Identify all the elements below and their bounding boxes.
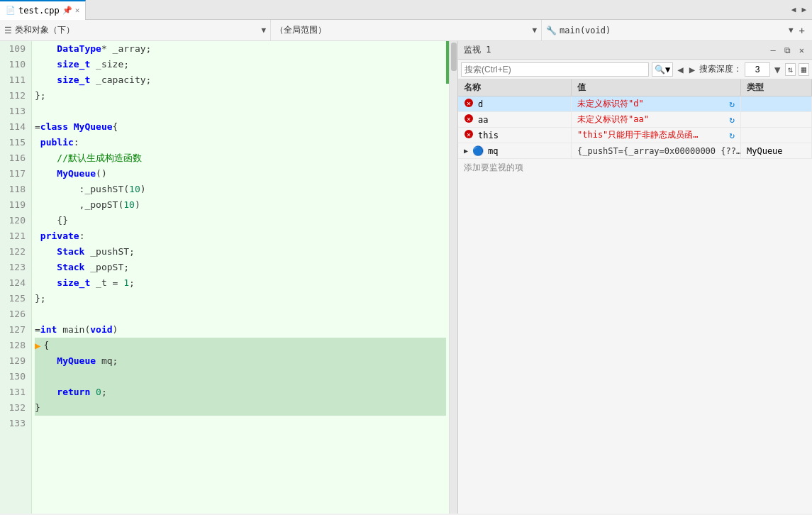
pin-icon: 📌 bbox=[62, 6, 72, 15]
error-icon: ✕ bbox=[464, 129, 474, 141]
toolbar-fn-label: main(void) bbox=[560, 26, 786, 35]
watch-next-button[interactable]: ▶ bbox=[688, 63, 696, 76]
code-line[interactable]: =int main(void) bbox=[35, 322, 446, 338]
watch-row[interactable]: ✕aa未定义标识符"aa"↻ bbox=[458, 112, 812, 128]
code-line[interactable]: size_t _t = 1; bbox=[35, 275, 446, 291]
watch-cell-value: 未定义标识符"aa"↻ bbox=[572, 112, 741, 127]
code-line[interactable]: }; bbox=[35, 88, 446, 104]
watch-cell-value: "this"只能用于非静态成员函…↻ bbox=[572, 128, 741, 143]
toolbar-segment-scope[interactable]: （全局范围） ▼ bbox=[271, 20, 542, 41]
code-line[interactable]: ,_popST(10) bbox=[35, 197, 446, 213]
tab-close-button[interactable]: ✕ bbox=[75, 6, 80, 15]
watch-prev-button[interactable]: ◀ bbox=[676, 63, 684, 76]
tab-scroll-left[interactable]: ◀ bbox=[789, 4, 799, 16]
code-line[interactable]: MyQueue() bbox=[35, 166, 446, 182]
code-line[interactable]: size_t _size; bbox=[35, 57, 446, 72]
watch-row[interactable]: ✕this"this"只能用于非静态成员函…↻ bbox=[458, 128, 812, 143]
code-line[interactable]: Stack _pushST; bbox=[35, 244, 446, 260]
watch-cell-name: ✕this bbox=[458, 128, 572, 143]
watch-depth-input[interactable] bbox=[745, 62, 770, 77]
refresh-icon[interactable]: ↻ bbox=[729, 130, 735, 140]
toolbar-scope-dropdown[interactable]: ▼ bbox=[532, 26, 537, 35]
expand-icon[interactable]: ▶ bbox=[464, 147, 468, 155]
code-line[interactable]: } bbox=[35, 400, 446, 416]
watch-table: 名称 值 类型 ✕d未定义标识符"d"↻✕aa未定义标识符"aa"↻✕this"… bbox=[458, 79, 812, 514]
svg-text:✕: ✕ bbox=[467, 99, 471, 107]
toolbar-segment-function[interactable]: 🔧 main(void) ▼ + bbox=[542, 20, 812, 41]
watch-dock-button[interactable]: — bbox=[769, 45, 778, 56]
watch-name-text: d bbox=[478, 99, 483, 109]
code-line[interactable] bbox=[35, 306, 446, 322]
code-line[interactable]: private: bbox=[35, 228, 446, 244]
toolbar-fn-icon: 🔧 bbox=[546, 26, 557, 35]
watch-value-text: {_pushST={_array=0x00000000 {??… bbox=[577, 146, 741, 156]
refresh-icon[interactable]: ↻ bbox=[729, 114, 735, 125]
tab-bar: 📄 test.cpp 📌 ✕ ◀ ▶ bbox=[0, 0, 812, 20]
code-line[interactable]: //默认生成构造函数 bbox=[35, 150, 446, 166]
watch-rows-container: ✕d未定义标识符"d"↻✕aa未定义标识符"aa"↻✕this"this"只能用… bbox=[458, 96, 812, 159]
toolbar-fn-dropdown[interactable]: ▼ bbox=[789, 26, 794, 35]
search-dropdown[interactable]: ▼ bbox=[665, 65, 670, 74]
watch-search-input[interactable] bbox=[461, 62, 649, 77]
code-content[interactable]: DataType* _array; size_t _size; size_t _… bbox=[32, 41, 449, 514]
watch-cell-value: 未定义标识符"d"↻ bbox=[572, 96, 741, 111]
watch-cell-value: {_pushST={_array=0x00000000 {??… bbox=[572, 143, 741, 158]
tab-filename: test.cpp bbox=[18, 6, 60, 16]
watch-float-button[interactable]: ⧉ bbox=[782, 45, 793, 56]
watch-close-button[interactable]: ✕ bbox=[797, 45, 806, 56]
watch-depth-label: 搜索深度： bbox=[699, 63, 742, 75]
code-line[interactable]: size_t _capacity; bbox=[35, 72, 446, 88]
col-header-type: 类型 bbox=[741, 79, 812, 96]
toolbar: ☰ 类和对象（下） ▼ （全局范围） ▼ 🔧 main(void) ▼ + bbox=[0, 20, 812, 41]
file-icon: 📄 bbox=[6, 6, 16, 15]
code-line[interactable]: }; bbox=[35, 291, 446, 306]
watch-value-text: 未定义标识符"aa" bbox=[577, 113, 649, 126]
watch-cell-type bbox=[741, 112, 812, 127]
watch-cell-name: ▶🔵mq bbox=[458, 143, 572, 158]
code-line[interactable] bbox=[35, 369, 446, 384]
code-editor[interactable]: 1091101111121131141151161171181191201211… bbox=[0, 41, 457, 514]
tab-scroll-right[interactable]: ▶ bbox=[799, 4, 809, 16]
toolbar-class-icon: ☰ bbox=[4, 26, 12, 35]
toolbar-segment-class[interactable]: ☰ 类和对象（下） ▼ bbox=[0, 20, 271, 41]
svg-text:✕: ✕ bbox=[467, 131, 471, 138]
add-watch-item[interactable]: 添加要监视的项 bbox=[458, 159, 812, 177]
code-line[interactable]: {} bbox=[35, 213, 446, 228]
toolbar-add-button[interactable]: + bbox=[796, 25, 808, 36]
debug-arrow: ▶ bbox=[35, 338, 40, 353]
scrollbar-track bbox=[450, 43, 457, 514]
code-line[interactable]: ▶{ bbox=[35, 338, 446, 353]
code-line[interactable]: DataType* _array; bbox=[35, 41, 446, 57]
code-line[interactable] bbox=[35, 104, 446, 119]
watch-depth-dropdown[interactable]: ▼ bbox=[773, 63, 782, 76]
toolbar-class-label: 类和对象（下） bbox=[15, 24, 258, 36]
toolbar-scope-label: （全局范围） bbox=[275, 24, 529, 36]
watch-name-text: this bbox=[478, 131, 499, 140]
line-numbers: 1091101111121131141151161171181191201211… bbox=[0, 41, 32, 514]
code-line[interactable]: :_pushST(10) bbox=[35, 182, 446, 197]
watch-view-button[interactable]: ▦ bbox=[799, 63, 809, 76]
watch-search-button[interactable]: 🔍 ▼ bbox=[652, 62, 673, 77]
watch-cell-type: MyQueue bbox=[741, 143, 812, 158]
code-line[interactable]: =class MyQueue{ bbox=[35, 119, 446, 135]
editor-scrollbar[interactable] bbox=[449, 41, 457, 514]
main-area: 1091101111121131141151161171181191201211… bbox=[0, 41, 812, 514]
code-line[interactable]: Stack _popST; bbox=[35, 260, 446, 275]
code-line[interactable]: return 0; bbox=[35, 384, 446, 400]
svg-text:✕: ✕ bbox=[467, 115, 471, 123]
col-header-name: 名称 bbox=[458, 79, 572, 96]
file-tab[interactable]: 📄 test.cpp 📌 ✕ bbox=[0, 0, 86, 20]
toolbar-class-dropdown[interactable]: ▼ bbox=[261, 26, 266, 35]
search-icon: 🔍 bbox=[655, 65, 665, 74]
code-line[interactable]: MyQueue mq; bbox=[35, 353, 446, 369]
code-line[interactable] bbox=[35, 416, 446, 431]
watch-row[interactable]: ✕d未定义标识符"d"↻ bbox=[458, 96, 812, 112]
watch-name-text: mq bbox=[488, 146, 498, 156]
code-line[interactable]: public: bbox=[35, 135, 446, 150]
object-icon: 🔵 bbox=[472, 145, 484, 156]
watch-value-text: "this"只能用于非静态成员函… bbox=[577, 129, 699, 141]
watch-row[interactable]: ▶🔵mq{_pushST={_array=0x00000000 {??…MyQu… bbox=[458, 143, 812, 159]
scrollbar-thumb[interactable] bbox=[451, 43, 457, 71]
watch-sort-button[interactable]: ⇅ bbox=[785, 63, 796, 76]
refresh-icon[interactable]: ↻ bbox=[729, 99, 735, 109]
